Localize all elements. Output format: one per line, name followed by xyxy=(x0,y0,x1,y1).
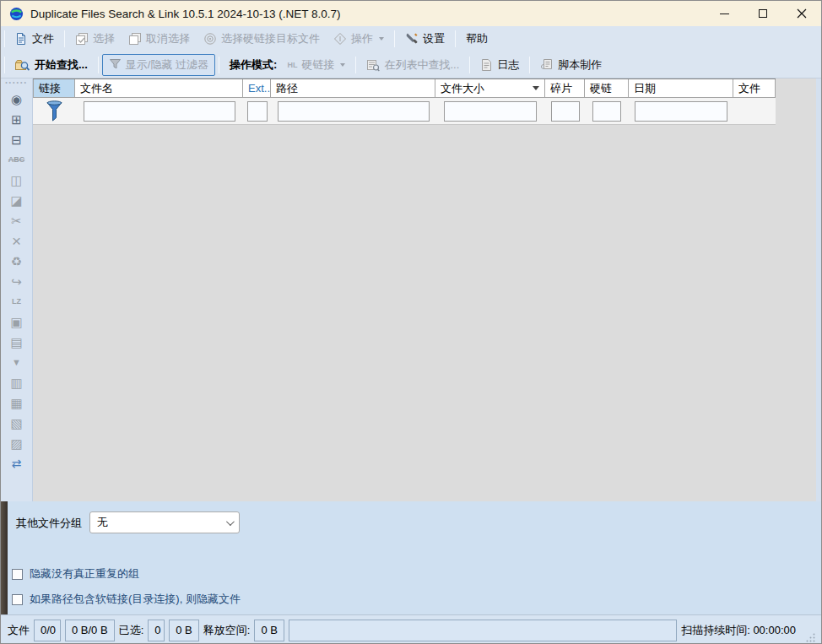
abc-rename-icon[interactable]: ABC xyxy=(5,149,29,170)
list-select-icon[interactable]: ▤ xyxy=(5,332,29,352)
copy-list-icon[interactable]: ▣ xyxy=(5,311,29,332)
menu-file[interactable]: 文件 xyxy=(8,28,61,50)
filter-filesize-input[interactable] xyxy=(444,101,537,122)
menu-select-hardlink-targets[interactable]: 选择硬链接目标文件 xyxy=(197,28,327,50)
column-header-path[interactable]: 路径 xyxy=(271,79,435,97)
menu-select-label: 选择 xyxy=(93,31,115,46)
funnel-icon xyxy=(109,58,122,71)
column-header-date[interactable]: 日期 xyxy=(629,79,733,97)
scripting-label: 脚本制作 xyxy=(558,57,602,73)
column-header-fragments[interactable]: 碎片 xyxy=(545,79,585,97)
free-space-value: 0 B xyxy=(254,620,284,641)
hide-non-duplicate-label: 隐藏没有真正重复的组 xyxy=(30,566,139,582)
column-header-filesize-label: 文件大小 xyxy=(441,81,484,96)
scan-duration-label: 扫描持续时间: xyxy=(681,624,750,636)
app-icon xyxy=(9,7,24,21)
separator xyxy=(469,57,470,73)
swap-icon[interactable]: ⇄ xyxy=(5,453,29,474)
filter-date-input[interactable] xyxy=(635,101,727,122)
menu-actions[interactable]: 操作 xyxy=(327,28,391,50)
move-files-icon[interactable]: ↪ xyxy=(5,271,29,291)
column-header-filesize[interactable]: 文件大小 xyxy=(435,79,545,97)
menu-deselect[interactable]: 取消选择 xyxy=(122,28,197,50)
chevron-down-icon xyxy=(226,517,235,526)
hide-softlink-checkbox[interactable] xyxy=(12,594,23,605)
eye-check-icon[interactable]: ◉ xyxy=(5,89,29,109)
column-header-file[interactable]: 文件 xyxy=(733,79,776,97)
lz-compress-icon[interactable]: LZ xyxy=(5,291,29,311)
delete-icon[interactable]: × xyxy=(5,230,29,251)
filter-funnel-icon xyxy=(46,100,63,122)
minimize-button[interactable] xyxy=(705,1,744,26)
column-header-link[interactable]: 链接 xyxy=(33,79,75,97)
app-window: Duplicate Files Search & Link 10.5.1 202… xyxy=(0,0,822,644)
files-label: 文件 xyxy=(8,623,30,638)
status-message-cell xyxy=(289,620,677,641)
log-label: 日志 xyxy=(497,57,519,73)
start-search-label: 开始查找... xyxy=(35,57,88,73)
column-header-hardlinks[interactable]: 硬链 xyxy=(585,79,629,97)
filter-filename-input[interactable] xyxy=(84,101,235,122)
list-grid-icon[interactable]: ▦ xyxy=(5,392,29,413)
scripting-button[interactable]: 脚本制作 xyxy=(533,54,608,76)
content-area: •••••• ◉ ⊞ ⊟ ABC ◫ ◪ ✂ × ♻ ↪ LZ ▣ ▤ ▼ ▥ … xyxy=(1,78,821,501)
toggle-filter-label: 显示/隐藏 过滤器 xyxy=(126,57,208,73)
list-filter-icon[interactable]: ▼ xyxy=(5,352,29,372)
list-shade-icon[interactable]: ▧ xyxy=(5,413,29,433)
deselect-stack-icon xyxy=(128,32,142,46)
folder-search-icon xyxy=(14,58,30,72)
files-size: 0 B/0 B xyxy=(65,620,115,641)
selected-size: 0 B xyxy=(169,620,199,641)
cut-selection-icon[interactable]: ✂ xyxy=(5,210,29,230)
find-in-list-button[interactable]: 在列表中查找... xyxy=(360,54,466,76)
menu-select[interactable]: 选择 xyxy=(68,28,122,50)
maximize-icon xyxy=(759,9,767,18)
grouping-combobox[interactable]: 无 xyxy=(89,511,240,533)
list-rows-icon[interactable]: ▥ xyxy=(5,372,29,392)
table-header: 链接 文件名 Ext... 路径 文件大小 碎片 硬链 日期 文件 xyxy=(33,78,776,98)
scan-duration: 扫描持续时间: 00:00:00 xyxy=(681,623,796,638)
chevron-down-icon xyxy=(340,63,345,67)
toggle-filter-button[interactable]: 显示/隐藏 过滤器 xyxy=(102,54,215,76)
column-header-filename[interactable]: 文件名 xyxy=(75,79,243,97)
select-group-dotted-icon[interactable]: ◪ xyxy=(5,190,29,210)
menubar: 文件 选择 取消选择 选择硬链接目标文件 xyxy=(1,26,821,51)
filter-path-input[interactable] xyxy=(278,101,430,122)
filter-dropdown-icon[interactable] xyxy=(533,86,539,90)
start-search-button[interactable]: 开始查找... xyxy=(8,54,95,76)
hide-softlink-checkbox-row: 如果路径包含软链接(目录连接), 则隐藏文件 xyxy=(12,592,241,607)
select-group-icon[interactable]: ◫ xyxy=(5,170,29,190)
resize-grip[interactable] xyxy=(805,632,816,643)
list-bracket-icon[interactable]: ▨ xyxy=(5,433,29,453)
group-expand-icon[interactable]: ⊞ xyxy=(5,109,29,129)
close-button[interactable] xyxy=(782,1,821,26)
selected-label: 已选: xyxy=(119,623,144,638)
selected-count: 0 xyxy=(148,620,165,641)
hide-non-duplicate-checkbox-row: 隐藏没有真正重复的组 xyxy=(12,566,139,582)
separator xyxy=(64,30,65,47)
filter-fragments-input[interactable] xyxy=(551,101,580,122)
mode-hardlink-dropdown[interactable]: HL 硬链接 xyxy=(280,54,352,76)
maximize-button[interactable] xyxy=(744,1,782,26)
action-toolbar: 开始查找... 显示/隐藏 过滤器 操作模式: HL 硬链接 在列表中查找... xyxy=(1,51,821,78)
toolbar-grip xyxy=(4,57,5,73)
target-icon xyxy=(203,32,217,46)
menu-settings[interactable]: 设置 xyxy=(398,28,452,50)
select-stack-icon xyxy=(75,32,89,46)
window-edge xyxy=(816,78,821,501)
log-button[interactable]: 日志 xyxy=(473,54,526,76)
hide-non-duplicate-checkbox[interactable] xyxy=(12,569,23,580)
mode-label: 操作模式: xyxy=(223,55,280,75)
group-collapse-icon[interactable]: ⊟ xyxy=(5,129,29,149)
filter-ext-input[interactable] xyxy=(247,101,268,122)
separator xyxy=(394,30,395,47)
window-controls xyxy=(705,1,821,26)
recycle-bin-icon[interactable]: ♻ xyxy=(5,251,29,271)
splitter-strip[interactable] xyxy=(1,501,8,614)
find-in-list-label: 在列表中查找... xyxy=(384,57,459,73)
window-title: Duplicate Files Search & Link 10.5.1 202… xyxy=(30,8,705,20)
filter-hardlinks-input[interactable] xyxy=(592,101,621,122)
grouping-value: 无 xyxy=(97,515,108,530)
menu-help[interactable]: 帮助 xyxy=(459,28,495,50)
column-header-ext[interactable]: Ext... xyxy=(243,79,271,97)
